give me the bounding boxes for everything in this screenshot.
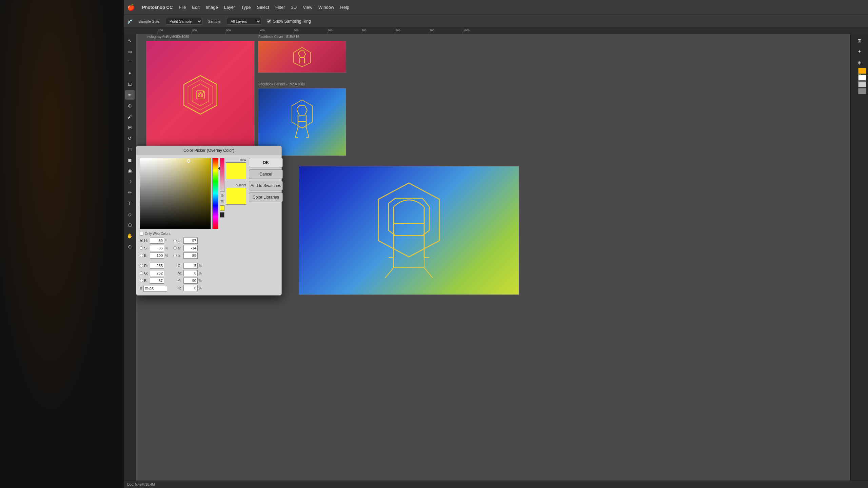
gradient-icon[interactable]: ⊕ — [220, 193, 224, 198]
new-color-swatch — [226, 162, 246, 179]
r-input[interactable]: 255 — [150, 263, 164, 269]
c-input[interactable]: 5 — [183, 263, 198, 269]
g-radio[interactable] — [140, 271, 143, 275]
s-input[interactable]: 85 — [150, 245, 164, 251]
menu-image[interactable]: Image — [206, 5, 218, 10]
b-rgb-input[interactable]: 37 — [150, 278, 164, 284]
b-label: B: — [144, 253, 149, 258]
svg-text:200: 200 — [192, 29, 197, 32]
b-input[interactable]: 100 — [150, 252, 164, 259]
menu-window[interactable]: Window — [318, 5, 334, 10]
b-lab-label: b: — [178, 253, 182, 258]
menu-select[interactable]: Select — [257, 5, 269, 10]
history-brush-tool[interactable]: ↺ — [125, 134, 135, 143]
l-radio[interactable] — [173, 239, 177, 242]
a-radio[interactable] — [173, 246, 177, 250]
sample-label: Sample: — [208, 19, 221, 23]
y-field-row: Y: 90 % — [173, 278, 203, 284]
gradient-tool[interactable]: ◼ — [125, 155, 135, 165]
settings-icon[interactable]: ⊞ — [220, 199, 224, 204]
k-label: K: — [178, 286, 182, 290]
artboard-large: Facebook Banner - 1920x1080 — [299, 166, 519, 295]
crop-tool[interactable]: ⊡ — [125, 79, 135, 89]
move-tool[interactable]: ↖ — [125, 36, 135, 45]
text-tool[interactable]: T — [125, 199, 135, 208]
hex-input[interactable]: fffc25 — [143, 286, 167, 292]
h-radio[interactable] — [140, 239, 143, 242]
color-swatch-strip — [858, 68, 866, 94]
ok-button[interactable]: OK — [249, 158, 283, 167]
marquee-tool[interactable]: ▭ — [125, 47, 135, 56]
menu-help[interactable]: Help — [340, 5, 349, 10]
cancel-button[interactable]: Cancel — [249, 169, 283, 179]
color-libraries-button[interactable]: Color Libraries — [249, 192, 283, 202]
panel-btn-3[interactable]: ◈ — [855, 58, 864, 67]
path-tool[interactable]: ◇ — [125, 209, 135, 219]
photoshop-window: 🍎 Photoshop CC File Edit Image Layer Typ… — [124, 0, 868, 488]
y-input[interactable]: 90 — [183, 278, 198, 284]
swatch-light-gray[interactable] — [858, 81, 866, 87]
web-colors-checkbox[interactable] — [140, 232, 143, 236]
spacer2 — [140, 260, 170, 261]
swatch-white[interactable] — [858, 75, 866, 81]
quick-select-tool[interactable]: ✦ — [125, 68, 135, 78]
sample-size-label: Sample Size: — [138, 19, 160, 23]
hand-tool[interactable]: ✋ — [125, 231, 135, 241]
cp-buttons-column: OK Cancel Add to Swatches Color Librarie… — [249, 158, 286, 292]
menu-file[interactable]: File — [179, 5, 186, 10]
l-input[interactable]: 97 — [183, 238, 198, 244]
options-bar: 💉 Sample Size: Point Sample 3 by 3 Avera… — [124, 15, 868, 28]
menu-layer[interactable]: Layer — [224, 5, 235, 10]
brush-tool[interactable]: 🖌 — [125, 112, 135, 121]
dodge-tool[interactable]: ☽ — [125, 177, 135, 186]
apple-menu-icon[interactable]: 🍎 — [127, 4, 135, 11]
opacity-slider[interactable] — [220, 158, 224, 192]
k-unit: % — [199, 286, 203, 290]
r-radio[interactable] — [140, 264, 143, 267]
artboard-fb-cover: Facebook Cover - 815x315 — [258, 41, 346, 73]
sample-select[interactable]: All Layers Current Layer — [227, 18, 261, 25]
fb-cover-logo-svg — [290, 46, 314, 68]
sample-size-select[interactable]: Point Sample 3 by 3 Average 5 by 5 Avera… — [166, 18, 202, 25]
eraser-tool[interactable]: ◻ — [125, 144, 135, 154]
b-rgb-radio[interactable] — [140, 279, 143, 282]
k-input[interactable]: 0 — [183, 285, 198, 291]
shape-tool[interactable]: ⬡ — [125, 220, 135, 230]
m-input[interactable]: 0 — [183, 270, 198, 276]
b-lab-radio[interactable] — [173, 254, 177, 257]
canvas-area[interactable]: Layer Style Instagram Post - 1080x1080 — [136, 34, 850, 481]
color-gradient-picker[interactable] — [140, 158, 211, 229]
h-input[interactable]: 59 — [150, 238, 164, 244]
current-label: current — [236, 183, 246, 187]
b-lab-input[interactable]: 89 — [183, 252, 198, 259]
svg-text:300: 300 — [226, 29, 231, 32]
menu-edit[interactable]: Edit — [192, 5, 199, 10]
blur-tool[interactable]: ◉ — [125, 166, 135, 176]
b-radio[interactable] — [140, 254, 143, 257]
zoom-tool[interactable]: ⊙ — [125, 242, 135, 251]
menu-3d[interactable]: 3D — [291, 5, 297, 10]
add-to-swatches-button[interactable]: Add to Swatches — [249, 181, 283, 190]
pen-tool[interactable]: ✏ — [125, 188, 135, 197]
menu-view[interactable]: View — [303, 5, 312, 10]
spacer3 — [173, 260, 203, 261]
swatch-gray[interactable] — [858, 88, 866, 94]
eyedropper-icon: 💉 — [127, 19, 133, 24]
sampling-ring-checkbox[interactable] — [267, 19, 271, 23]
s-radio[interactable] — [140, 246, 143, 250]
s-unit: % — [165, 246, 170, 250]
stamp-tool[interactable]: ⊞ — [125, 123, 135, 132]
menu-filter[interactable]: Filter — [275, 5, 285, 10]
l-label: L: — [178, 239, 182, 243]
healing-brush-tool[interactable]: ⊕ — [125, 101, 135, 110]
menu-type[interactable]: Type — [241, 5, 251, 10]
lasso-tool[interactable]: ⌒ — [125, 58, 135, 67]
panel-btn-2[interactable]: ✦ — [855, 47, 864, 56]
r-label: R: — [144, 264, 149, 268]
panel-btn-1[interactable]: ⊞ — [855, 36, 864, 45]
swatch-orange[interactable] — [858, 68, 866, 74]
eyedropper-tool[interactable]: ✒ — [125, 90, 135, 100]
g-input[interactable]: 252 — [150, 270, 164, 276]
a-input[interactable]: -14 — [183, 245, 198, 251]
hue-slider[interactable] — [212, 158, 218, 229]
